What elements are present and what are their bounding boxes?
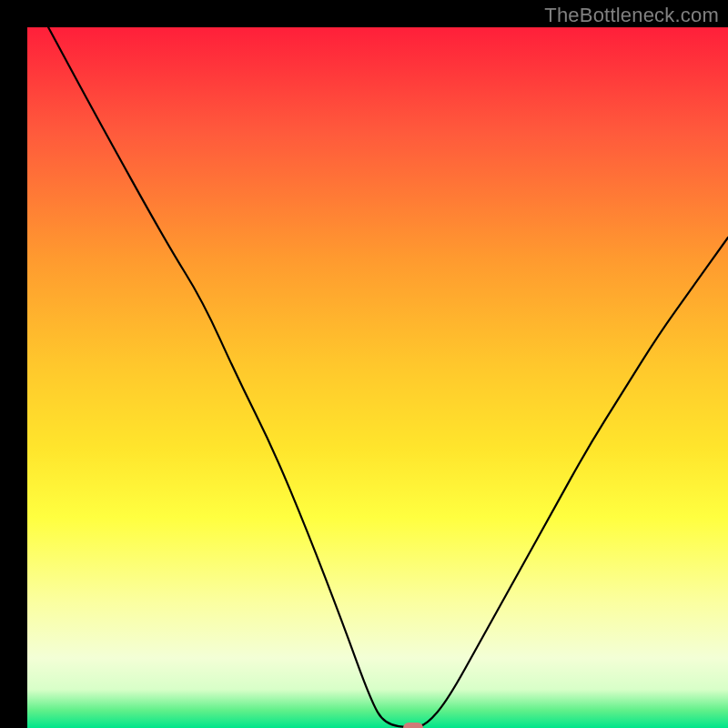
gradient-background [27, 27, 728, 728]
plot-area [27, 27, 728, 728]
chart-container: TheBottleneck.com [0, 0, 728, 728]
chart-svg [27, 27, 728, 728]
optimum-marker [403, 723, 423, 728]
watermark-text: TheBottleneck.com [544, 4, 719, 27]
